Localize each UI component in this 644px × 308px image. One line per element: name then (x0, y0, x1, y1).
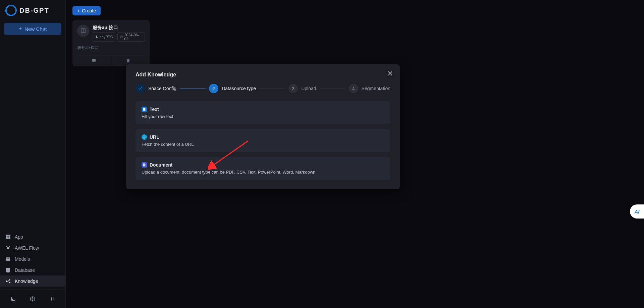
sidebar-footer (0, 289, 65, 308)
step-num: 4 (349, 84, 358, 93)
sidebar-item-awel[interactable]: AWEL Flow (0, 242, 65, 253)
sidebar-item-database[interactable]: Database (0, 264, 65, 275)
fork-icon (5, 245, 11, 251)
step-label: Datasource type (222, 86, 256, 91)
option-title: Text (150, 107, 159, 112)
close-icon (387, 70, 393, 76)
planet-icon (4, 3, 18, 18)
option-title: Document (150, 162, 172, 168)
card-title: 服务api接口 (93, 25, 145, 31)
create-label: Create (82, 8, 96, 13)
create-button[interactable]: + Create (72, 6, 101, 15)
step-upload[interactable]: 3 Upload (288, 84, 316, 93)
date-label: 2024-06-02 (124, 33, 143, 41)
option-head: Text (142, 107, 384, 112)
chat-action[interactable] (77, 55, 111, 66)
document-icon (142, 162, 147, 168)
check-icon (138, 86, 143, 91)
sidebar-nav: App AWEL Flow Models Database Knowledge (0, 231, 65, 289)
clock-icon (120, 35, 123, 39)
step-num: 2 (209, 84, 218, 93)
sidebar-item-app[interactable]: App (0, 231, 65, 242)
sidebar-item-label: AWEL Flow (15, 245, 39, 251)
new-chat-button[interactable]: + New Chat (4, 23, 61, 35)
author-tag: anyRTC (93, 32, 115, 42)
nodes-icon (5, 279, 11, 284)
svg-text:e: e (144, 136, 145, 139)
svg-point-6 (9, 279, 10, 281)
date-tag: 2024-06-02 (117, 32, 145, 42)
brand-text: DB-GPT (19, 7, 49, 14)
sidebar: DB-GPT + New Chat App AWEL Flow Models D… (0, 0, 66, 308)
step-connector (259, 88, 285, 89)
grid-icon (5, 234, 11, 240)
svg-point-7 (9, 282, 10, 283)
language-icon[interactable] (29, 295, 36, 303)
card-tags: anyRTC 2024-06-02 (93, 32, 145, 42)
option-title: URL (150, 134, 159, 140)
sidebar-item-label: App (15, 234, 23, 240)
option-desc: Fill your raw text (142, 114, 384, 119)
chat-icon (92, 58, 96, 63)
step-datasource-type[interactable]: 2 Datasource type (209, 84, 256, 93)
svg-rect-3 (8, 237, 10, 239)
option-head: Document (142, 162, 384, 168)
card-header: 服务api接口 anyRTC 2024-06-02 (77, 25, 145, 42)
author-label: anyRTC (100, 35, 113, 39)
step-label: Upload (301, 86, 316, 91)
option-url[interactable]: e URL Fetch the content of a URL (136, 129, 390, 152)
step-indicator: Space Config 2 Datasource type 3 Upload … (136, 84, 390, 93)
svg-rect-1 (8, 235, 10, 237)
step-label: Space Config (148, 86, 176, 91)
sidebar-item-models[interactable]: Models (0, 253, 65, 264)
option-desc: Fetch the content of a URL (142, 142, 384, 147)
option-text[interactable]: Text Fill your raw text (136, 101, 390, 124)
step-label: Segmentation (362, 86, 390, 91)
option-document[interactable]: Document Upload a document, document typ… (136, 157, 390, 180)
plus-icon: + (77, 8, 80, 13)
close-button[interactable] (387, 70, 393, 76)
add-knowledge-modal: Add Knowledge Space Config 2 Datasource … (126, 64, 400, 189)
step-connector (180, 88, 206, 89)
knowledge-card[interactable]: 服务api接口 anyRTC 2024-06-02 服务api接口 (72, 20, 150, 66)
step-segmentation[interactable]: 4 Segmentation (349, 84, 390, 93)
ai-float-button[interactable]: AI (630, 204, 644, 219)
book-icon (77, 25, 89, 37)
sidebar-item-label: Knowledge (15, 279, 38, 284)
svg-rect-0 (6, 235, 8, 237)
new-chat-label: New Chat (24, 26, 47, 32)
svg-point-5 (6, 281, 7, 282)
cube-icon (5, 256, 11, 262)
card-subtitle: 服务api接口 (77, 45, 145, 51)
svg-rect-2 (6, 237, 8, 239)
database-icon (5, 267, 11, 273)
sidebar-item-knowledge[interactable]: Knowledge (0, 275, 65, 287)
step-num (136, 84, 145, 93)
step-space-config[interactable]: Space Config (136, 84, 176, 93)
theme-toggle-icon[interactable] (9, 295, 17, 303)
sidebar-spacer (0, 38, 65, 231)
option-head: e URL (142, 134, 384, 140)
ai-label: AI (635, 209, 640, 214)
sidebar-item-label: Database (15, 267, 35, 273)
step-connector (320, 88, 345, 89)
step-num: 3 (288, 84, 298, 93)
sidebar-item-label: Models (15, 256, 30, 262)
user-icon (95, 35, 98, 39)
modal-title: Add Knowledge (136, 72, 390, 78)
url-icon: e (142, 134, 147, 140)
text-icon (142, 107, 147, 112)
datasource-options: Text Fill your raw text e URL Fetch the … (136, 101, 390, 180)
brand-logo: DB-GPT (0, 0, 65, 19)
plus-icon: + (19, 26, 22, 32)
option-desc: Upload a document, document type can be … (142, 170, 384, 175)
collapse-icon[interactable] (49, 295, 56, 303)
trash-icon (126, 58, 130, 63)
